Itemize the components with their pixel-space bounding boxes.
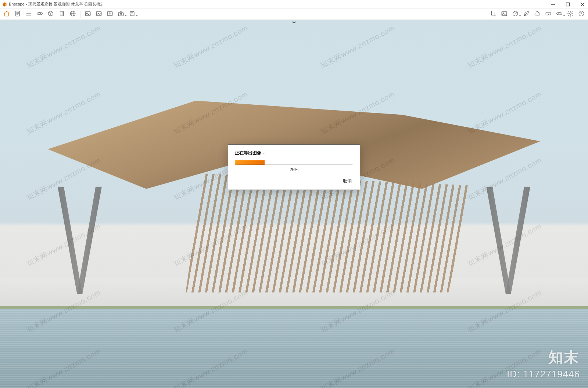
svg-point-27 <box>120 13 122 15</box>
crop-icon <box>490 10 496 18</box>
list-button[interactable] <box>25 11 32 18</box>
watermark-text: 知末网www.znzmo.com <box>466 23 544 71</box>
list-icon <box>25 10 32 18</box>
svg-point-33 <box>559 13 560 14</box>
svg-point-11 <box>39 13 41 15</box>
watermark-text: 知末网www.znzmo.com <box>319 23 397 71</box>
dialog-title: 正在导出图像… <box>235 150 353 156</box>
picture-button[interactable] <box>501 11 508 18</box>
view-button[interactable] <box>556 11 563 18</box>
toolbar-separator <box>80 11 80 18</box>
help-button[interactable] <box>578 11 585 18</box>
cancel-button[interactable]: 取消 <box>341 177 353 185</box>
app-logo-icon <box>2 2 7 7</box>
photo-button[interactable] <box>84 11 92 18</box>
svg-rect-22 <box>85 12 90 16</box>
eye-icon <box>36 10 43 18</box>
watermark-text: 知末网www.znzmo.com <box>25 23 103 71</box>
export-photo-icon <box>107 10 113 18</box>
save-icon <box>129 10 135 18</box>
picture-icon <box>501 10 508 18</box>
svg-point-34 <box>570 13 571 15</box>
window-title: Enscape - 现代景观座椅 景观廊架 休息亭 公园长椅2 <box>9 1 103 7</box>
camera-button[interactable] <box>117 11 125 18</box>
svg-rect-1 <box>566 3 570 6</box>
svg-rect-28 <box>131 11 133 13</box>
progress-percent-label: 25% <box>235 167 353 172</box>
building-button[interactable] <box>58 11 65 18</box>
window-maximize-button[interactable] <box>563 1 573 8</box>
svg-rect-29 <box>131 14 133 16</box>
box-icon <box>512 10 519 18</box>
svg-point-31 <box>503 12 503 13</box>
chevron-down-icon[interactable] <box>290 20 298 25</box>
globe-button[interactable] <box>69 11 76 18</box>
progress-bar <box>235 160 353 165</box>
save-button[interactable] <box>128 11 136 18</box>
window-minimize-button[interactable] <box>548 1 558 8</box>
cloud-icon <box>534 10 541 18</box>
scene-grass <box>0 306 588 309</box>
toolbar <box>0 9 588 20</box>
scene-reflection <box>48 315 540 381</box>
page-button[interactable] <box>14 11 21 18</box>
svg-rect-32 <box>546 12 551 15</box>
view-icon <box>556 10 563 18</box>
gear-icon <box>567 10 574 18</box>
image-button[interactable] <box>95 11 103 18</box>
home-icon <box>3 10 10 18</box>
eye-button[interactable] <box>36 11 43 18</box>
export-photo-button[interactable] <box>106 11 114 18</box>
titlebar: Enscape - 现代景观座椅 景观廊架 休息亭 公园长椅2 <box>0 0 588 9</box>
vr-button[interactable] <box>545 11 552 18</box>
progress-bar-fill <box>235 160 265 165</box>
leaf-icon <box>523 10 530 18</box>
building-icon <box>58 10 65 18</box>
scene-pavilion <box>48 101 540 292</box>
image-icon <box>96 10 102 18</box>
box-button[interactable] <box>512 11 519 18</box>
gear-button[interactable] <box>567 11 574 18</box>
photo-icon <box>85 10 91 18</box>
vr-icon <box>545 10 552 18</box>
page-icon <box>14 10 21 18</box>
globe-icon <box>69 10 76 18</box>
window-close-button[interactable] <box>578 1 587 8</box>
camera-icon <box>118 10 124 18</box>
watermark-text: 知末网www.znzmo.com <box>172 23 250 71</box>
help-icon <box>578 10 585 18</box>
render-viewport[interactable]: 知末网www.znzmo.com知末网www.znzmo.com知末网www.z… <box>0 20 588 388</box>
svg-rect-26 <box>118 12 123 16</box>
export-progress-dialog: 正在导出图像… 25% 取消 <box>228 144 360 190</box>
svg-rect-12 <box>60 11 64 16</box>
cube-icon <box>47 10 54 18</box>
cloud-button[interactable] <box>534 11 541 18</box>
cube-button[interactable] <box>47 11 54 18</box>
leaf-button[interactable] <box>523 11 530 18</box>
home-button[interactable] <box>3 11 10 18</box>
crop-button[interactable] <box>490 11 497 18</box>
